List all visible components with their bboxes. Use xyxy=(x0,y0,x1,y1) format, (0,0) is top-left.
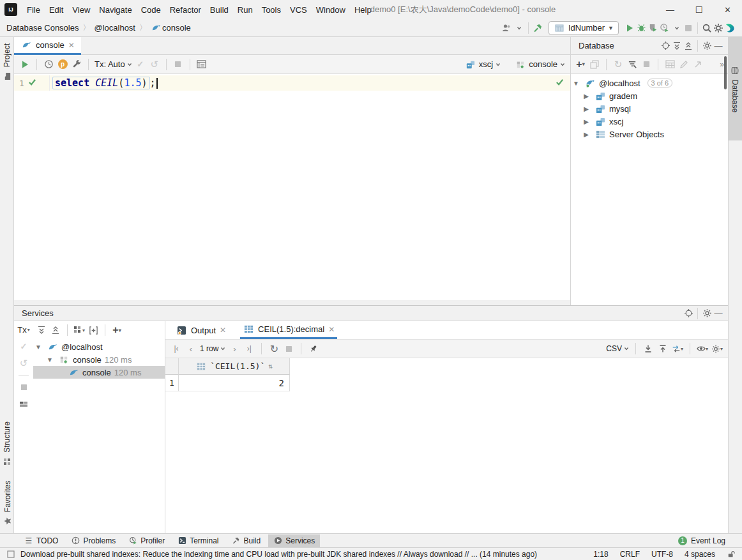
page-size-select[interactable]: 1 row xyxy=(200,344,225,353)
settings-gear-icon[interactable] xyxy=(713,22,724,34)
session-selector[interactable]: console xyxy=(515,59,565,70)
tab-result-ceil[interactable]: CEIL(1.5):decimal ✕ xyxy=(240,321,337,339)
chevron-down-icon[interactable] xyxy=(671,22,683,34)
toolwindow-problems[interactable]: Problems xyxy=(66,534,121,547)
collapsed-twistie-icon[interactable]: ▶ xyxy=(581,93,591,100)
grid-settings-gear-icon[interactable]: ▾ xyxy=(711,343,723,354)
close-button[interactable]: ✕ xyxy=(713,0,742,19)
layout-icon[interactable] xyxy=(18,398,29,410)
menu-navigate[interactable]: Navigate xyxy=(95,0,136,19)
run-configuration-select[interactable]: IdNumber ▼ xyxy=(549,21,619,35)
profiler-button[interactable] xyxy=(658,22,670,34)
lock-icon[interactable] xyxy=(727,549,736,560)
toolwindow-terminal[interactable]: Terminal xyxy=(172,534,223,547)
menu-tools[interactable]: Tools xyxy=(257,0,285,19)
expanded-twistie-icon[interactable]: ▼ xyxy=(45,356,55,363)
indent-indicator[interactable]: 4 spaces xyxy=(685,550,715,559)
run-with-coverage-button[interactable] xyxy=(647,22,658,34)
tool-stripe-structure[interactable]: Structure xyxy=(0,412,14,476)
inspections-ok-icon[interactable] xyxy=(556,78,564,88)
grid-cell-value[interactable]: 2 xyxy=(179,375,290,391)
query-console-icon[interactable] xyxy=(626,59,638,70)
add-service-frame-icon[interactable] xyxy=(87,324,99,336)
reload-icon[interactable]: ↻ xyxy=(268,343,280,354)
menu-code[interactable]: Code xyxy=(137,0,165,19)
group-by-icon[interactable]: ▾ xyxy=(73,324,85,336)
menu-build[interactable]: Build xyxy=(206,0,233,19)
tree-row-localhost[interactable]: ▼ @localhost 3 of 6 xyxy=(571,77,728,89)
gear-icon[interactable] xyxy=(701,308,713,319)
compare-arrows-icon[interactable]: ▾ xyxy=(672,343,683,354)
parameters-badge-icon[interactable]: p xyxy=(57,59,68,70)
menu-view[interactable]: View xyxy=(68,0,95,19)
close-icon[interactable]: ✕ xyxy=(220,326,226,335)
expanded-twistie-icon[interactable]: ▼ xyxy=(571,80,581,87)
status-message[interactable]: Download pre-built shared indexes: Reduc… xyxy=(20,550,537,559)
toolwindow-build[interactable]: Build xyxy=(227,534,266,547)
sort-icon[interactable]: ⇅ xyxy=(268,362,273,370)
view-options-eye-icon[interactable]: ▾ xyxy=(697,343,708,354)
export-format-select[interactable]: CSV xyxy=(606,344,629,353)
minimize-button[interactable]: — xyxy=(656,0,685,19)
tree-row-server-objects[interactable]: ▶ Server Objects xyxy=(571,128,728,140)
grid-column-header[interactable]: `CEIL(1.5)` ⇅ xyxy=(179,358,290,375)
tab-output[interactable]: Output ✕ xyxy=(173,321,229,339)
collapse-all-icon[interactable] xyxy=(683,40,694,52)
locate-target-icon[interactable] xyxy=(683,308,694,319)
settings-wrench-icon[interactable] xyxy=(71,59,82,70)
tx-mode-select[interactable]: Tx: Auto xyxy=(95,59,132,69)
export-download-icon[interactable] xyxy=(642,343,654,354)
menu-file[interactable]: File xyxy=(22,0,45,19)
add-icon[interactable]: +▾ xyxy=(111,324,123,336)
toolwindow-todo[interactable]: ☰ TODO xyxy=(19,534,63,547)
menu-window[interactable]: Window xyxy=(312,0,350,19)
tool-stripe-project[interactable]: Project xyxy=(0,34,14,91)
tool-stripe-favorites[interactable]: Favorites xyxy=(1,474,15,534)
expand-all-icon[interactable] xyxy=(671,40,683,52)
hide-panel-icon[interactable]: — xyxy=(713,308,724,319)
more-actions-chevron[interactable]: » xyxy=(720,60,724,69)
collapsed-twistie-icon[interactable]: ▶ xyxy=(581,131,591,138)
search-everywhere-icon[interactable] xyxy=(701,22,713,34)
scrollbar-thumb[interactable] xyxy=(724,56,727,89)
debug-button[interactable] xyxy=(635,22,647,34)
import-upload-icon[interactable] xyxy=(657,343,669,354)
execute-button[interactable] xyxy=(19,59,31,70)
menu-vcs[interactable]: VCS xyxy=(285,0,312,19)
close-icon[interactable]: ✕ xyxy=(328,325,335,334)
output-layout-icon[interactable] xyxy=(196,59,208,70)
breadcrumb-localhost[interactable]: @localhost xyxy=(94,23,135,33)
tree-row-localhost[interactable]: ▼ @localhost xyxy=(33,340,165,353)
locate-target-icon[interactable] xyxy=(660,40,671,52)
close-icon[interactable]: ✕ xyxy=(68,41,75,50)
menu-run[interactable]: Run xyxy=(233,0,257,19)
user-avatar-icon[interactable] xyxy=(501,22,512,34)
maximize-button[interactable]: ☐ xyxy=(685,0,713,19)
collapsed-twistie-icon[interactable]: ▶ xyxy=(581,105,591,112)
collapse-all-icon[interactable] xyxy=(50,324,61,336)
tree-row-xscj[interactable]: ▶ xscj xyxy=(571,115,728,128)
tool-stripe-database[interactable]: Database xyxy=(728,54,742,124)
menu-edit[interactable]: Edit xyxy=(45,0,68,19)
hide-panel-icon[interactable]: — xyxy=(713,40,724,52)
sql-editor[interactable]: 1 select CEIL(1.5) ; xyxy=(14,74,570,300)
schema-selector[interactable]: xscj xyxy=(465,59,501,70)
add-datasource-icon[interactable]: +▾ xyxy=(575,59,586,70)
expand-all-icon[interactable] xyxy=(36,324,47,336)
history-clock-icon[interactable] xyxy=(43,59,54,70)
code-line[interactable]: select CEIL(1.5) ; xyxy=(52,75,158,91)
tree-row-console-selected[interactable]: console 120 ms xyxy=(33,366,165,379)
expanded-twistie-icon[interactable]: ▼ xyxy=(33,344,43,351)
toolwindow-services[interactable]: Services xyxy=(268,534,320,547)
tx-mode-button[interactable]: Tx ▾ xyxy=(17,325,29,335)
tree-row-gradem[interactable]: ▶ gradem xyxy=(571,89,728,102)
menu-refactor[interactable]: Refactor xyxy=(165,0,206,19)
tree-row-session[interactable]: ▼ console 120 ms xyxy=(33,353,165,366)
jetbrains-colorful-icon[interactable] xyxy=(724,22,736,34)
gear-icon[interactable] xyxy=(701,40,713,52)
line-ending-indicator[interactable]: CRLF xyxy=(620,550,640,559)
encoding-indicator[interactable]: UTF-8 xyxy=(651,550,673,559)
chevron-down-icon[interactable] xyxy=(513,22,525,34)
breadcrumb-database-consoles[interactable]: Database Consoles xyxy=(6,23,79,33)
tree-row-mysql[interactable]: ▶ mysql xyxy=(571,102,728,115)
